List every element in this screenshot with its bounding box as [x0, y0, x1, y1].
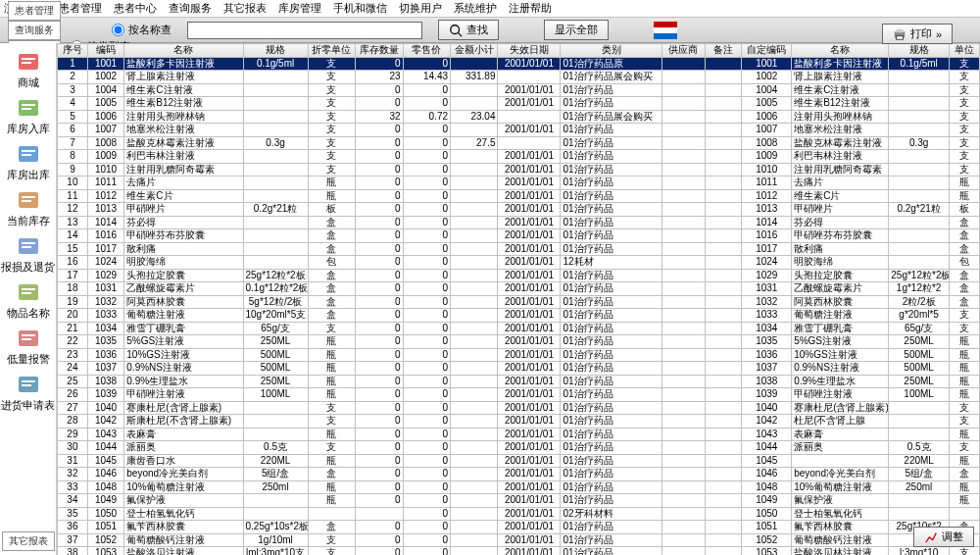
menu-9[interactable]: 注册帮助 [509, 1, 552, 16]
svg-rect-4 [654, 33, 677, 39]
table-row[interactable]: 81009利巴韦林注射液支002001/01/0101治疗药品1009利巴韦林注… [58, 150, 980, 164]
col-5[interactable]: 库存数量 [356, 44, 403, 58]
svg-rect-22 [22, 246, 31, 248]
table-row[interactable]: 371052葡萄糖酸钙注射液1g/10ml支002001/01/0101治疗药品… [58, 533, 980, 547]
showall-button[interactable]: 显示全部 [544, 20, 609, 40]
search-button[interactable]: 查找 [438, 20, 499, 40]
bottom-other-report[interactable]: 其它报表 [2, 531, 55, 551]
svg-rect-13 [22, 108, 31, 110]
menu-8[interactable]: 系统维护 [454, 1, 497, 16]
table-row[interactable]: 261039甲硝唑注射液100ML瓶002001/01/0101治疗药品1039… [58, 388, 980, 402]
col-8[interactable]: 失效日期 [498, 44, 561, 58]
svg-rect-31 [22, 384, 31, 386]
table-row[interactable]: 2510380.9%生理盐水250ML瓶002001/01/0101治疗药品10… [58, 375, 980, 388]
svg-point-0 [451, 25, 460, 33]
side-0[interactable]: 商城 [0, 47, 56, 93]
side-2[interactable]: 库房出库 [0, 139, 56, 185]
svg-rect-18 [22, 196, 35, 198]
adjust-button[interactable]: 调整 [913, 527, 974, 547]
svg-rect-2 [654, 22, 677, 27]
col-10[interactable]: 供应商 [662, 44, 705, 58]
table-row[interactable]: 311045康齿香口水220ML瓶002001/01/0101治疗药品10452… [58, 454, 980, 468]
table-row[interactable]: 41005维生素B12注射液支002001/01/0101治疗药品1005维生素… [58, 97, 980, 111]
side-7[interactable]: 进货申请表 [0, 370, 56, 416]
svg-rect-3 [654, 27, 677, 33]
search-input[interactable] [187, 22, 422, 39]
table-row[interactable]: 281042斯康杜尼(不含肾上腺素)支002001/01/0101治疗药品104… [58, 415, 980, 429]
table-row[interactable]: 301044派丽奥0.5克支002001/01/0101治疗药品1044派丽奥0… [58, 441, 980, 455]
table-row[interactable]: 151017散利痛盒002001/01/0101治疗药品1017散利痛盒 [58, 242, 980, 256]
table-row[interactable]: 2410370.9%NS注射液500ML瓶002001/01/0101治疗药品1… [58, 362, 980, 376]
table-row[interactable]: 291043表麻膏瓶002001/01/0101治疗药品1043表麻膏瓶 [58, 428, 980, 441]
menu-4[interactable]: 其它报表 [223, 1, 267, 16]
table-row[interactable]: 21002肾上腺素注射液支2314.43331.8901治疗药品展会购买1002… [58, 71, 980, 84]
search-by-name[interactable]: 按名称查 [112, 23, 172, 37]
col-1[interactable]: 编码 [87, 44, 123, 58]
table-row[interactable]: 161024明胶海绵包002001/01/0112耗材1024明胶海绵包 [58, 256, 980, 270]
menu-5[interactable]: 库房管理 [278, 1, 321, 16]
side-5[interactable]: 物品名称 [0, 278, 56, 324]
table-row[interactable]: 33104810%葡萄糖注射液250ml瓶002001/01/0101治疗药品1… [58, 480, 980, 494]
side-6[interactable]: 低量报警 [0, 324, 56, 370]
side-1[interactable]: 库房入库 [0, 93, 56, 139]
col-15[interactable]: 单位 [950, 44, 980, 58]
menu-1[interactable]: 患者管理 [59, 1, 102, 16]
svg-rect-15 [22, 150, 35, 152]
table-row[interactable]: 141016甲硝唑芬布芬胶囊盒002001/01/0101治疗药品1016甲硝唑… [58, 229, 980, 243]
col-4[interactable]: 折零单位 [308, 44, 355, 58]
table-row[interactable]: 51006注射用头孢唑林钠支320.7223.0401治疗药品展会购买1006注… [58, 110, 980, 124]
menu-6[interactable]: 手机和微信 [333, 1, 387, 16]
svg-rect-30 [22, 380, 35, 382]
table-row[interactable]: 181031乙酰螺旋霉素片0.1g*12粒*2板盒002001/01/0101治… [58, 282, 980, 296]
table-row[interactable]: 361051氟苄西林胶囊0.25g*10s*2板盒002001/01/0101治… [58, 521, 980, 534]
svg-rect-9 [22, 58, 35, 60]
svg-rect-7 [896, 35, 903, 39]
svg-rect-21 [22, 242, 35, 244]
menu-7[interactable]: 切换用户 [399, 1, 442, 16]
table-row[interactable]: 121013甲硝唑片0.2g*21粒板002001/01/0101治疗药品101… [58, 203, 980, 217]
table-row[interactable]: 341049氟保护液瓶002001/01/0101治疗药品1049氟保护液瓶 [58, 494, 980, 508]
subtab-0[interactable]: 患者管理 [8, 1, 61, 21]
menu-2[interactable]: 患者中心 [114, 1, 157, 16]
print-button[interactable]: 打印 » [882, 24, 953, 44]
col-3[interactable]: 规格 [243, 44, 308, 58]
svg-rect-12 [22, 104, 35, 106]
menu-3[interactable]: 查询服务 [169, 1, 212, 16]
subtab-1[interactable]: 查询服务 [8, 21, 61, 40]
table-row[interactable]: 91010注射用乳糖阿奇霉素支002001/01/0101治疗药品1010注射用… [58, 163, 980, 177]
table-row[interactable]: 23103610%GS注射液500ML瓶002001/01/0101治疗药品10… [58, 348, 980, 362]
table-row[interactable]: 71008盐酸克林霉素注射液0.3g支0027.501治疗药品1008盐酸克林霉… [58, 136, 980, 150]
table-row[interactable]: 61007地塞米松注射液支002001/01/0101治疗药品1007地塞米松注… [58, 124, 980, 137]
table-row[interactable]: 171029头孢拉定胶囊25g*12粒*2板盒002001/01/0101治疗药… [58, 269, 980, 282]
side-4[interactable]: 报损及退货 [0, 231, 56, 278]
table-row[interactable]: 131014芬必得盒002001/01/0101治疗药品1014芬必得盒 [58, 216, 980, 229]
table-row[interactable]: 191032阿莫西林胶囊5g*12粒/2板盒002001/01/0101治疗药品… [58, 295, 980, 309]
table-row[interactable]: 381053盐酸洛贝注射液lml:3mg*10支支002001/01/0101治… [58, 547, 980, 556]
table-row[interactable]: 351050登士柏氢氧化钙02001/01/0102牙科材料1050登士柏氢氧化… [58, 507, 980, 521]
side-3[interactable]: 当前库存 [0, 185, 56, 231]
col-13[interactable]: 名称 [792, 44, 889, 58]
col-6[interactable]: 零售价 [403, 44, 450, 58]
col-7[interactable]: 金额小计 [451, 44, 498, 58]
svg-rect-19 [22, 200, 31, 202]
table-row[interactable]: 2210355%GS注射液250ML瓶002001/01/0101治疗药品103… [58, 335, 980, 349]
table-row[interactable]: 31004维生素C注射液支002001/01/0101治疗药品1004维生素C注… [58, 83, 980, 97]
table-row[interactable]: 211034雅雪丁硼乳膏65g/支支002001/01/0101治疗药品1034… [58, 322, 980, 335]
col-11[interactable]: 备注 [706, 44, 742, 58]
table-row[interactable]: 11001盐酸利多卡因注射液0.1g/5ml支002001/01/0101治疗药… [58, 57, 980, 71]
table-row[interactable]: 111012维生素C片瓶002001/01/0101治疗药品1012维生素C片瓶 [58, 189, 980, 203]
svg-rect-10 [22, 62, 31, 64]
table-row[interactable]: 271040赛康杜尼(含肾上腺素)支002001/01/0101治疗药品1040… [58, 401, 980, 415]
svg-rect-24 [22, 288, 35, 290]
svg-rect-27 [22, 334, 35, 336]
col-9[interactable]: 类别 [561, 44, 662, 58]
col-2[interactable]: 名称 [124, 44, 243, 58]
svg-line-1 [459, 32, 463, 36]
table-row[interactable]: 321046beyond冷光美白剂5组/盒盒002001/01/0101治疗药品… [58, 468, 980, 481]
col-12[interactable]: 自定编码 [742, 44, 792, 58]
col-0[interactable]: 序号 [58, 44, 88, 58]
table-row[interactable]: 101011去痛片瓶002001/01/0101治疗药品1011去痛片瓶 [58, 177, 980, 190]
flag-icon [654, 22, 677, 39]
col-14[interactable]: 规格 [889, 44, 950, 58]
table-row[interactable]: 201033葡萄糖注射液10g*20ml*5支盒002001/01/0101治疗… [58, 309, 980, 323]
